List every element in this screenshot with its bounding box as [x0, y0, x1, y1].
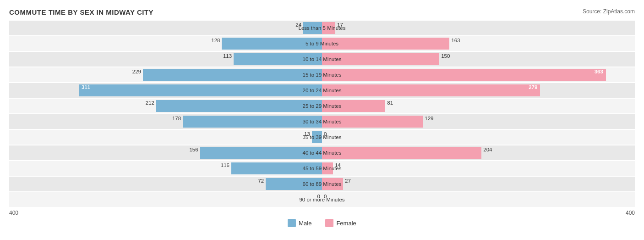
male-value: 212 [146, 100, 154, 106]
female-swatch [325, 219, 333, 227]
left-section: 13 [9, 130, 322, 145]
female-value: 14 [335, 162, 341, 168]
female-value: 204 [483, 147, 492, 152]
right-section: 27 [322, 177, 635, 191]
female-bar: 129 [322, 116, 423, 128]
female-value: 363 [595, 69, 603, 74]
male-swatch [288, 219, 296, 227]
bar-row: 21225 to 29 Minutes81 [9, 99, 635, 114]
bar-row: 15640 to 44 Minutes204 [9, 145, 635, 161]
bar-row: 7260 to 89 Minutes27 [9, 177, 635, 192]
right-section: 0 [322, 130, 635, 145]
female-value: 0 [324, 194, 327, 199]
bar-row: 11310 to 14 Minutes150 [9, 52, 635, 67]
left-section: 0 [9, 192, 322, 207]
female-bar: 81 [322, 100, 385, 112]
right-section: 129 [322, 114, 635, 129]
male-label: Male [299, 220, 311, 227]
female-bar: 17 [322, 22, 335, 34]
axis-left: 400 [9, 210, 18, 216]
male-value: 24 [295, 22, 301, 28]
female-bar: 27 [322, 178, 343, 190]
male-value: 229 [132, 69, 141, 74]
right-section: 363 [322, 67, 635, 82]
left-section: 311 [9, 83, 322, 98]
female-bar: 150 [322, 53, 439, 65]
bar-row: 1285 to 9 Minutes163 [9, 36, 635, 52]
male-value: 156 [189, 147, 198, 152]
chart-title: COMMUTE TIME BY SEX IN MIDWAY CITY [9, 8, 635, 16]
right-section: 150 [322, 52, 635, 67]
female-bar: 163 [322, 38, 449, 50]
female-value: 0 [324, 131, 327, 137]
right-section: 204 [322, 145, 635, 160]
female-value: 17 [337, 22, 343, 28]
right-section: 0 [322, 192, 635, 207]
left-section: 212 [9, 99, 322, 113]
legend-female: Female [325, 219, 356, 227]
axis-right: 400 [626, 210, 635, 216]
bar-row: 1335 to 39 Minutes0 [9, 130, 635, 145]
right-section: 17 [322, 21, 635, 35]
legend: Male Female [9, 219, 635, 227]
source-text: Source: ZipAtlas.com [583, 8, 635, 15]
female-value: 129 [425, 116, 433, 121]
male-bar: 212 [156, 100, 322, 112]
right-section: 279 [322, 83, 635, 98]
male-value: 113 [223, 53, 232, 59]
left-section: 72 [9, 177, 322, 191]
female-value: 150 [441, 53, 450, 59]
bar-row: 31120 to 24 Minutes279 [9, 83, 635, 99]
male-value: 13 [304, 131, 310, 137]
female-label: Female [336, 220, 356, 227]
bar-row: 090 or more Minutes0 [9, 192, 635, 208]
male-bar: 156 [200, 147, 322, 159]
female-bar: 14 [322, 162, 333, 174]
male-bar: 116 [231, 162, 322, 174]
left-section: 156 [9, 145, 322, 160]
male-value: 178 [172, 116, 181, 121]
female-value: 27 [345, 178, 351, 184]
male-value: 128 [211, 38, 220, 43]
legend-male: Male [288, 219, 311, 227]
male-bar: 113 [234, 53, 322, 65]
female-value: 279 [529, 84, 537, 90]
left-section: 229 [9, 67, 322, 82]
left-section: 128 [9, 36, 322, 51]
axis-labels: 400 400 [9, 210, 635, 216]
male-bar: 178 [183, 116, 322, 128]
bar-row: 11645 to 59 Minutes14 [9, 161, 635, 177]
male-bar: 13 [312, 131, 322, 143]
right-section: 81 [322, 99, 635, 113]
male-bar: 72 [266, 178, 322, 190]
female-value: 81 [387, 100, 393, 106]
left-section: 24 [9, 21, 322, 35]
bar-row: 24Less than 5 Minutes17 [9, 21, 635, 36]
bars-area: 24Less than 5 Minutes171285 to 9 Minutes… [9, 21, 635, 208]
female-bar: 279 [322, 84, 540, 96]
left-section: 113 [9, 52, 322, 67]
male-bar: 311 [79, 84, 322, 96]
left-section: 178 [9, 114, 322, 129]
bar-row: 17830 to 34 Minutes129 [9, 114, 635, 130]
male-value: 311 [82, 84, 90, 90]
bar-row: 22915 to 19 Minutes363 [9, 67, 635, 83]
female-value: 163 [451, 38, 460, 43]
right-section: 163 [322, 36, 635, 51]
male-value: 72 [258, 178, 264, 184]
male-bar: 128 [222, 38, 322, 50]
male-value: 116 [221, 162, 229, 168]
female-bar: 363 [322, 69, 606, 81]
male-bar: 229 [143, 69, 322, 81]
male-value: 0 [317, 194, 320, 199]
right-section: 14 [322, 161, 635, 176]
left-section: 116 [9, 161, 322, 176]
chart-container: COMMUTE TIME BY SEX IN MIDWAY CITY Sourc… [0, 0, 644, 240]
male-bar: 24 [303, 22, 322, 34]
female-bar: 204 [322, 147, 481, 159]
